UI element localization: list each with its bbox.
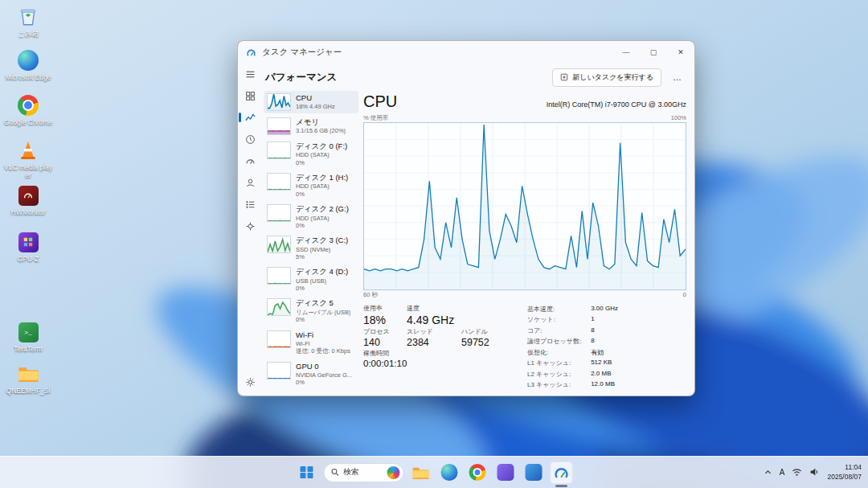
uptime-value: 0:00:01:10: [363, 359, 506, 368]
taskbar-task-manager[interactable]: [551, 461, 573, 484]
window-controls: — ▢ ✕: [612, 41, 694, 64]
desktop-icon-label: VLC media player: [3, 164, 53, 180]
nav-performance[interactable]: [242, 110, 258, 125]
search-text: 検索: [344, 467, 383, 478]
start-button[interactable]: [296, 461, 318, 484]
clock[interactable]: 11:04 2025/08/07: [827, 463, 862, 481]
taskbar-edge[interactable]: [438, 461, 461, 484]
desktop-icon-hwmonitor[interactable]: HWMonitor: [3, 183, 53, 217]
recycle-bin-icon: [16, 5, 40, 29]
spec-value: 8: [591, 337, 618, 346]
network-icon[interactable]: [792, 465, 802, 480]
disk0-sparkline: [267, 141, 291, 159]
page-title: パフォーマンス: [265, 71, 546, 84]
chart-min-label: 0: [683, 291, 686, 299]
desktop-icon-edge[interactable]: Microsoft Edge: [3, 48, 53, 82]
desktop-icon-folder[interactable]: QNEEMHF_Si: [3, 362, 53, 396]
hwmonitor-icon: [16, 183, 40, 207]
run-new-task-button[interactable]: 新しいタスクを実行する: [552, 68, 661, 87]
cpu-stats: 使用率 速度 18% 4.49 GHz プロセス スレッド ハンドル 140 2…: [363, 302, 686, 390]
perf-item-cpu[interactable]: CPU18% 4.49 GHz: [264, 91, 358, 113]
perf-item-gpu0[interactable]: GPU 0NVIDIA GeForce G...0%: [264, 359, 358, 389]
cpu-specs: 基本速度:3.00 GHz ソケット:1 コア:8 論理プロセッサ数:8 仮想化…: [527, 304, 618, 390]
desktop-icon-gpu-z[interactable]: GPU-Z: [3, 230, 53, 264]
cpu-detail-panel: CPU Intel(R) Core(TM) i7-9700 CPU @ 3.00…: [363, 91, 686, 389]
handles-label: ハンドル: [461, 327, 506, 336]
desktop-icon-label: ごみ箱: [3, 31, 53, 39]
spec-value: 8: [591, 326, 618, 335]
taskbar-pinned-app-2[interactable]: [522, 461, 545, 484]
pinned-app-icon: [525, 464, 542, 481]
chart-x-label: 60 秒: [363, 291, 378, 299]
perf-item-wifi[interactable]: Wi-FiWi-Fi送信: 0 受信: 0 Kbps: [264, 328, 358, 358]
disk2-sparkline: [267, 204, 291, 222]
speed-value: 4.49 GHz: [407, 314, 457, 326]
perf-item-disk1[interactable]: ディスク 1 (H:)HDD (SATA)0%: [264, 170, 358, 200]
nav-services[interactable]: [242, 219, 258, 233]
search-icon: [331, 468, 340, 477]
taskbar-chrome[interactable]: [466, 461, 489, 484]
nav-startup-apps[interactable]: [242, 154, 258, 168]
memory-sparkline: [267, 117, 291, 135]
task-manager-icon: [554, 465, 570, 481]
tray-chevron-up-icon[interactable]: [764, 465, 772, 480]
close-button[interactable]: ✕: [667, 41, 694, 64]
perf-item-disk4[interactable]: ディスク 4 (D:)USB (USB)0%: [264, 265, 358, 294]
window-title: タスク マネージャー: [262, 47, 612, 58]
spec-label: L3 キャッシュ:: [527, 380, 581, 389]
menu-icon[interactable]: [242, 67, 258, 81]
nav-users[interactable]: [242, 175, 258, 190]
spec-value: 1: [591, 315, 618, 324]
desktop-icon-label: GPU-Z: [3, 256, 53, 264]
speed-label: 速度: [407, 304, 457, 313]
chrome-icon: [16, 93, 40, 117]
desktop-icon-label: QNEEMHF_Si: [3, 388, 53, 396]
volume-icon[interactable]: [809, 465, 820, 480]
title-bar[interactable]: タスク マネージャー — ▢ ✕: [238, 41, 694, 64]
run-task-label: 新しいタスクを実行する: [572, 72, 653, 83]
gpu-sparkline: [267, 362, 291, 379]
settings-gear-icon[interactable]: [242, 375, 258, 389]
cpu-usage-chart: [363, 122, 686, 290]
search-highlights-icon: [387, 466, 400, 479]
perf-item-disk5[interactable]: ディスク 5リムーバブル (USB)0%: [264, 296, 358, 326]
disk5-sparkline: [267, 298, 291, 316]
nav-details[interactable]: [242, 197, 258, 211]
maximize-button[interactable]: ▢: [640, 41, 667, 64]
spec-label: 論理プロセッサ数:: [527, 337, 581, 346]
perf-item-disk0[interactable]: ディスク 0 (F:)HDD (SATA)0%: [264, 139, 358, 169]
run-task-icon: [560, 73, 568, 81]
file-explorer-icon: [412, 465, 430, 480]
desktop-icon-label: HWMonitor: [3, 209, 53, 217]
pinned-app-icon: [497, 464, 514, 481]
more-options-button[interactable]: …: [668, 71, 686, 84]
desktop-icon-recycle-bin[interactable]: ごみ箱: [3, 5, 53, 39]
taskbar-pinned-app-1[interactable]: [494, 461, 517, 484]
perf-item-disk3[interactable]: ディスク 3 (C:)SSD (NVMe)5%: [264, 233, 358, 263]
spec-value: 有効: [591, 348, 618, 357]
taskbar: 検索 A 11:04 2025/08/07: [0, 456, 868, 488]
teraterm-icon: >_: [16, 320, 40, 344]
cpu-model-text: Intel(R) Core(TM) i7-9700 CPU @ 3.00GHz: [547, 100, 686, 109]
nav-processes[interactable]: [242, 88, 258, 103]
wifi-sparkline: [267, 330, 291, 348]
minimize-button[interactable]: —: [612, 41, 640, 64]
handles-value: 59752: [461, 337, 506, 348]
perf-item-memory[interactable]: メモリ3.1/15.6 GB (20%): [264, 115, 358, 137]
desktop-icon-teraterm[interactable]: >_ TeraTerm: [3, 320, 53, 354]
desktop-icon-chrome[interactable]: Google Chrome: [3, 93, 53, 127]
nav-rail: [238, 64, 262, 396]
taskbar-file-explorer[interactable]: [410, 461, 432, 484]
desktop-icon-label: Microsoft Edge: [3, 74, 53, 82]
nav-app-history[interactable]: [242, 132, 258, 146]
disk3-sparkline: [267, 236, 291, 253]
spec-label: ソケット:: [527, 315, 581, 324]
perf-item-disk2[interactable]: ディスク 2 (G:)HDD (SATA)0%: [264, 202, 358, 232]
cpu-sparkline: [267, 93, 291, 111]
spec-label: L1 キャッシュ:: [527, 359, 581, 367]
search-box[interactable]: 検索: [324, 463, 404, 482]
spec-label: コア:: [527, 326, 581, 335]
ime-indicator[interactable]: A: [780, 468, 785, 477]
folder-icon: [16, 362, 40, 386]
desktop-icon-vlc[interactable]: VLC media player: [3, 138, 53, 180]
